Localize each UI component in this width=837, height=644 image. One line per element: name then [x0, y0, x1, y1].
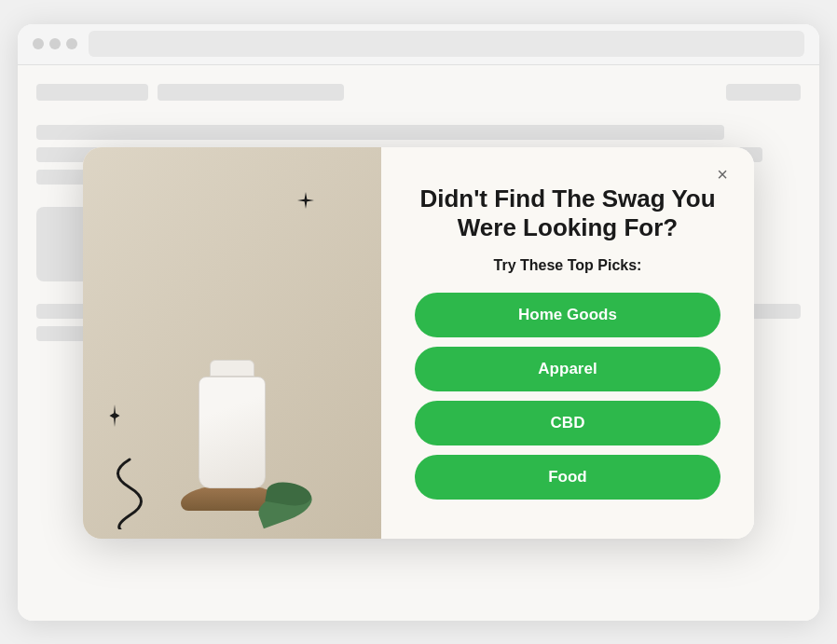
squiggle-icon — [102, 455, 158, 529]
modal-subtitle: Try These Top Picks: — [494, 257, 642, 274]
modal-overlay: × Didn't Find The Swag You Were Looking … — [18, 65, 819, 621]
product-image-bg — [83, 147, 381, 539]
product-bottle — [199, 360, 266, 488]
pick-button-apparel[interactable]: Apparel — [415, 347, 720, 391]
modal-title: Didn't Find The Swag You Were Looking Fo… — [415, 185, 720, 242]
dot-green — [66, 38, 77, 49]
address-bar[interactable] — [89, 31, 804, 57]
browser-window: × Didn't Find The Swag You Were Looking … — [18, 24, 819, 621]
picks-list: Home Goods Apparel CBD Food — [415, 293, 720, 500]
dot-red — [33, 38, 44, 49]
dot-yellow — [49, 38, 61, 49]
bottle-body — [199, 377, 266, 488]
close-button[interactable]: × — [709, 162, 735, 188]
bottle-scene — [181, 360, 283, 511]
sparkle-top-icon — [297, 192, 314, 209]
modal-image-panel — [83, 147, 381, 539]
pick-button-food[interactable]: Food — [415, 455, 720, 500]
modal-content-panel: × Didn't Find The Swag You Were Looking … — [381, 147, 754, 539]
browser-content: × Didn't Find The Swag You Were Looking … — [18, 65, 819, 621]
bottle-cap — [210, 360, 254, 377]
browser-traffic-lights — [33, 38, 77, 49]
sparkle-left-icon — [109, 404, 120, 427]
pick-button-cbd[interactable]: CBD — [415, 401, 720, 445]
modal-dialog: × Didn't Find The Swag You Were Looking … — [83, 147, 754, 539]
pick-button-home-goods[interactable]: Home Goods — [415, 293, 720, 337]
browser-top-bar — [18, 24, 819, 65]
